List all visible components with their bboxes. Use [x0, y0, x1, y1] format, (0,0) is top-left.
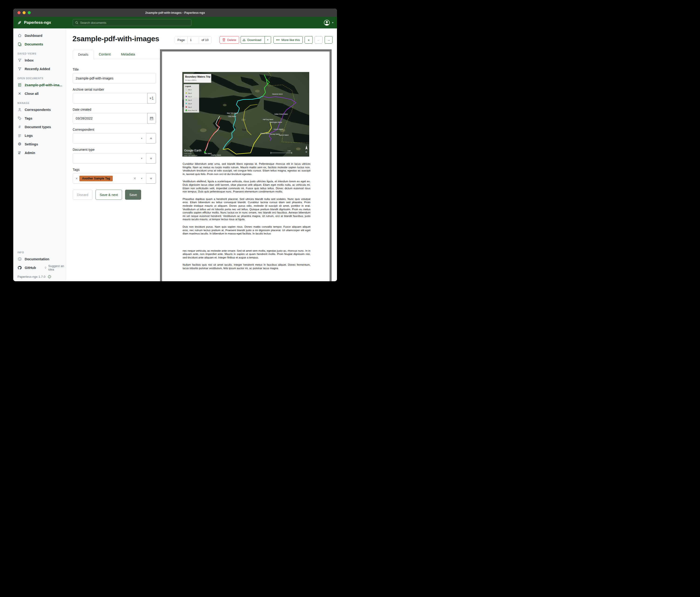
remove-tag-icon[interactable]: × [76, 176, 78, 181]
sidebar-item-documents[interactable]: Documents [13, 40, 66, 48]
delete-label: Delete [227, 38, 236, 42]
minimize-window-button[interactable] [23, 11, 26, 14]
sidebar-item-dashboard[interactable]: Dashboard [13, 31, 66, 40]
north-label: N [305, 151, 307, 153]
legend-label: Day 1 [188, 89, 192, 90]
calendar-icon [150, 117, 153, 120]
ellipsis-icon: ••• [276, 38, 280, 42]
tag-icon [18, 116, 22, 120]
detail-tabs: Details Content Metadata [73, 50, 164, 59]
page-navigator: Page of 10 [175, 36, 211, 44]
paragraph: Phasellus dapibus quam a hendrerit place… [182, 197, 310, 221]
clear-tags-icon[interactable]: ✕ [133, 176, 136, 181]
question-circle-icon: ? [18, 257, 22, 261]
correspondent-select[interactable]: ▼ [73, 133, 146, 144]
page-number-input[interactable] [188, 37, 199, 43]
paragraph: Vestibulum eleifend, ligula a scelerisqu… [182, 180, 310, 193]
close-window-button[interactable] [18, 11, 21, 14]
document-type-select[interactable]: ▼ [73, 153, 146, 164]
map-label: Lincoln Island [274, 128, 283, 130]
add-tag-button[interactable]: + [146, 173, 156, 184]
zoom-window-button[interactable] [28, 11, 31, 14]
sidebar-item-settings[interactable]: ⚙ Settings [13, 140, 66, 148]
download-split-button: Download ▼ [241, 36, 271, 44]
open-documents-header: OPEN DOCUMENTS [18, 77, 61, 80]
sidebar-item-label: Recently Added [25, 67, 50, 71]
add-correspondent-button[interactable]: + [146, 133, 156, 144]
sidebar-item-close-all[interactable]: ✕ Close all [13, 89, 66, 98]
save-button[interactable]: Save [125, 190, 141, 200]
document-type-label: Document type [73, 148, 156, 151]
sidebar-item-logs[interactable]: Logs [13, 131, 66, 140]
sidebar-item-github[interactable]: GitHub [13, 263, 40, 272]
previous-document-button[interactable]: ← [315, 36, 323, 44]
map-label: Gary Island [228, 116, 236, 117]
map-label: Washington Island [270, 121, 282, 123]
asn-increment-button[interactable]: +1 [147, 93, 156, 103]
asn-increment-label: +1 [150, 96, 154, 100]
save-next-button[interactable]: Save & next [96, 190, 122, 200]
add-document-type-button[interactable]: + [146, 153, 156, 164]
svg-text:i: i [49, 276, 50, 278]
sidebar-item-inbox[interactable]: Inbox [13, 56, 66, 65]
save-next-label: Save & next [100, 193, 118, 197]
tags-label: Tags [73, 168, 156, 171]
discard-button[interactable]: Discard [73, 190, 93, 200]
manage-header: MANAGE [18, 102, 61, 104]
date-created-input[interactable] [73, 113, 147, 123]
tab-details[interactable]: Details [73, 50, 94, 59]
sidebar-item-recently-added[interactable]: Recently Added [13, 65, 66, 73]
caret-down-icon: ▼ [141, 137, 143, 140]
sidebar-item-tags[interactable]: Tags [13, 114, 66, 123]
app-version: Paperless-ngx 1.7.0 [18, 275, 45, 279]
tag-chip[interactable]: Another Sample Tag [79, 176, 113, 181]
calendar-button[interactable] [147, 113, 156, 123]
brand[interactable]: Paperless-ngx [17, 20, 51, 25]
download-label: Download [247, 38, 261, 42]
title-label: Title [73, 68, 156, 71]
file-text-icon [18, 83, 22, 87]
window-titlebar: 2sample-pdf-with-images - Paperless-ngx [13, 9, 337, 17]
paragraph: Duis non tincidunt purus. Nam quis sapie… [182, 225, 310, 235]
sidebar-item-suggest-idea[interactable]: Suggest an idea [44, 264, 66, 271]
home-icon [18, 33, 22, 38]
filter-icon [18, 67, 22, 71]
hash-icon: # [18, 125, 22, 129]
tab-metadata[interactable]: Metadata [116, 50, 140, 59]
map-copyright: © 2017 Google [184, 153, 192, 154]
caret-down-icon: ▼ [141, 177, 143, 180]
sidebar-item-documentation[interactable]: ? Documentation [13, 255, 66, 263]
sidebar-item-label: Inbox [25, 58, 34, 62]
map-label: Squirrel Island [279, 134, 289, 136]
delete-button[interactable]: Delete [220, 36, 239, 44]
info-icon[interactable]: i [48, 275, 51, 279]
next-document-button[interactable]: → [325, 36, 332, 44]
tab-content[interactable]: Content [94, 50, 116, 59]
more-like-this-button[interactable]: ••• More like this [273, 36, 303, 44]
sidebar-item-admin[interactable]: Admin [13, 148, 66, 157]
close-document-button[interactable]: x [305, 36, 313, 44]
list-lines-icon [18, 134, 22, 138]
correspondent-label: Correspondent [73, 128, 156, 132]
github-icon [18, 266, 22, 270]
title-input[interactable] [73, 73, 156, 83]
download-button[interactable]: Download [241, 37, 263, 43]
map-label: Canoe Island [260, 133, 270, 134]
sidebar-item-label: Documents [25, 42, 43, 46]
user-menu[interactable]: ▼ [324, 20, 334, 26]
pdf-viewer[interactable]: Hausons Island New York Island Gary Isla… [160, 49, 332, 281]
download-options-button[interactable]: ▼ [265, 37, 271, 43]
tags-select[interactable]: × Another Sample Tag ✕ ▼ [73, 173, 146, 184]
sidebar: Dashboard Documents SAVED VIEWS Inbox Re [13, 28, 66, 281]
caret-down-icon: ▼ [267, 39, 269, 41]
sidebar-item-document-types[interactable]: # Document types [13, 123, 66, 131]
legend-label: Day 5 [188, 103, 192, 104]
trash-icon [222, 38, 225, 42]
svg-text:?: ? [19, 258, 20, 260]
asn-input[interactable] [73, 93, 147, 103]
sidebar-item-open-document[interactable]: 2sample-pdf-with-ima... [13, 80, 66, 89]
sidebar-item-correspondents[interactable]: Correspondents [13, 105, 66, 114]
map-scale-label: 3 mi [288, 150, 291, 152]
search-input[interactable] [80, 21, 189, 24]
search-bar[interactable] [73, 19, 192, 26]
